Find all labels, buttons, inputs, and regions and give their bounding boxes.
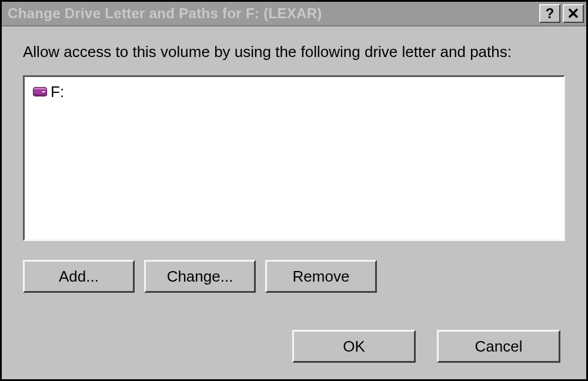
titlebar: Change Drive Letter and Paths for F: (LE… xyxy=(2,2,586,26)
drive-paths-listbox[interactable]: F: xyxy=(23,75,565,241)
cancel-button-label: Cancel xyxy=(475,337,523,356)
list-item-label: F: xyxy=(51,83,64,101)
remove-button-label: Remove xyxy=(293,268,350,286)
action-button-row: Add... Change... Remove xyxy=(23,260,565,293)
client-area: Allow access to this volume by using the… xyxy=(2,26,586,379)
add-button[interactable]: Add... xyxy=(23,260,135,293)
cancel-button[interactable]: Cancel xyxy=(437,330,560,363)
window-title: Change Drive Letter and Paths for F: (LE… xyxy=(8,5,539,22)
change-button[interactable]: Change... xyxy=(144,260,256,293)
list-item[interactable]: F: xyxy=(33,83,555,101)
help-button[interactable]: ? xyxy=(539,4,560,23)
ok-button-label: OK xyxy=(343,337,365,356)
change-button-label: Change... xyxy=(167,268,233,286)
help-icon: ? xyxy=(546,6,554,21)
dialog-button-row: OK Cancel xyxy=(23,330,565,363)
add-button-label: Add... xyxy=(59,268,99,286)
close-icon: ✕ xyxy=(567,6,580,21)
dialog-window: Change Drive Letter and Paths for F: (LE… xyxy=(0,0,588,381)
ok-button[interactable]: OK xyxy=(292,330,416,363)
drive-icon xyxy=(33,87,47,96)
close-button[interactable]: ✕ xyxy=(563,4,584,23)
remove-button[interactable]: Remove xyxy=(265,260,377,293)
instruction-text: Allow access to this volume by using the… xyxy=(23,43,565,61)
titlebar-buttons: ? ✕ xyxy=(539,4,584,23)
